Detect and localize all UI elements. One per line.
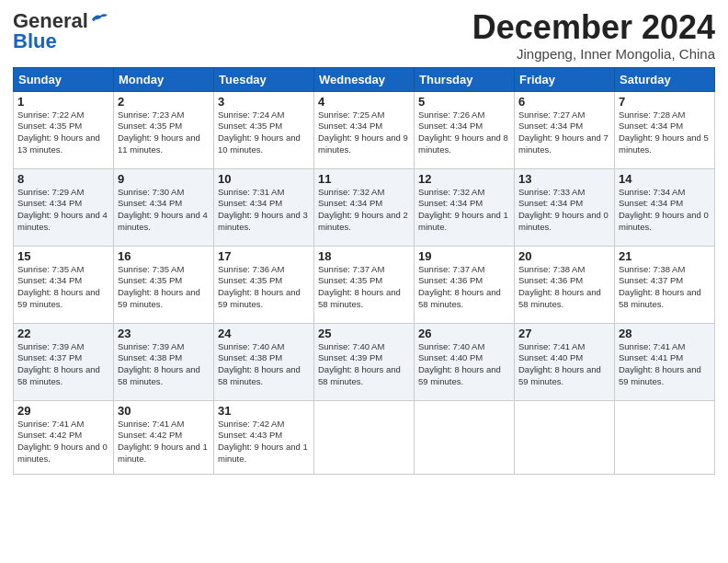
day-number: 14 xyxy=(619,172,711,186)
day-info: Sunrise: 7:42 AMSunset: 4:43 PMDaylight:… xyxy=(218,419,310,465)
day-info: Sunrise: 7:34 AMSunset: 4:34 PMDaylight:… xyxy=(619,187,711,234)
day-info: Sunrise: 7:23 AMSunset: 4:35 PMDaylight:… xyxy=(118,109,210,156)
calendar-day-cell: 23Sunrise: 7:39 AMSunset: 4:38 PMDayligh… xyxy=(114,323,214,400)
day-info: Sunrise: 7:32 AMSunset: 4:34 PMDaylight:… xyxy=(318,187,410,234)
day-number: 30 xyxy=(118,404,210,418)
calendar-day-cell: 17Sunrise: 7:36 AMSunset: 4:35 PMDayligh… xyxy=(214,246,314,323)
empty-cell xyxy=(415,400,515,474)
day-number: 19 xyxy=(418,249,510,263)
day-number: 23 xyxy=(118,327,210,340)
day-info: Sunrise: 7:39 AMSunset: 4:37 PMDaylight:… xyxy=(17,341,109,388)
empty-cell xyxy=(515,400,615,474)
calendar-day-cell: 30Sunrise: 7:41 AMSunset: 4:42 PMDayligh… xyxy=(114,400,214,474)
day-info: Sunrise: 7:38 AMSunset: 4:36 PMDaylight:… xyxy=(518,264,610,311)
calendar-week-row: 22Sunrise: 7:39 AMSunset: 4:37 PMDayligh… xyxy=(14,323,715,400)
day-info: Sunrise: 7:22 AMSunset: 4:35 PMDaylight:… xyxy=(17,109,109,156)
day-number: 7 xyxy=(619,95,711,109)
day-number: 16 xyxy=(118,249,210,263)
day-number: 2 xyxy=(118,95,210,109)
day-info: Sunrise: 7:40 AMSunset: 4:38 PMDaylight:… xyxy=(218,341,310,388)
day-info: Sunrise: 7:41 AMSunset: 4:40 PMDaylight:… xyxy=(518,341,610,388)
day-info: Sunrise: 7:31 AMSunset: 4:34 PMDaylight:… xyxy=(218,187,310,234)
logo-blue: Blue xyxy=(13,29,57,53)
day-number: 3 xyxy=(218,95,310,109)
calendar-week-row: 8Sunrise: 7:29 AMSunset: 4:34 PMDaylight… xyxy=(14,168,715,246)
calendar-day-cell: 12Sunrise: 7:32 AMSunset: 4:34 PMDayligh… xyxy=(415,168,515,246)
calendar-day-cell: 3Sunrise: 7:24 AMSunset: 4:35 PMDaylight… xyxy=(214,91,314,168)
day-number: 21 xyxy=(619,249,711,263)
title-block: December 2024 Jingpeng, Inner Mongolia, … xyxy=(472,9,715,62)
day-info: Sunrise: 7:24 AMSunset: 4:35 PMDaylight:… xyxy=(218,109,310,156)
calendar-day-cell: 13Sunrise: 7:33 AMSunset: 4:34 PMDayligh… xyxy=(515,168,615,246)
day-info: Sunrise: 7:40 AMSunset: 4:39 PMDaylight:… xyxy=(318,341,410,388)
calendar-day-cell: 2Sunrise: 7:23 AMSunset: 4:35 PMDaylight… xyxy=(114,91,214,168)
day-info: Sunrise: 7:37 AMSunset: 4:36 PMDaylight:… xyxy=(418,264,510,311)
day-info: Sunrise: 7:27 AMSunset: 4:34 PMDaylight:… xyxy=(518,109,610,156)
calendar-day-cell: 31Sunrise: 7:42 AMSunset: 4:43 PMDayligh… xyxy=(214,400,314,474)
day-info: Sunrise: 7:35 AMSunset: 4:34 PMDaylight:… xyxy=(17,264,109,311)
day-info: Sunrise: 7:40 AMSunset: 4:40 PMDaylight:… xyxy=(418,341,510,388)
calendar-week-row: 15Sunrise: 7:35 AMSunset: 4:34 PMDayligh… xyxy=(14,246,715,323)
calendar-day-cell: 21Sunrise: 7:38 AMSunset: 4:37 PMDayligh… xyxy=(615,246,715,323)
day-info: Sunrise: 7:36 AMSunset: 4:35 PMDaylight:… xyxy=(218,264,310,311)
day-info: Sunrise: 7:38 AMSunset: 4:37 PMDaylight:… xyxy=(619,264,711,311)
calendar-day-cell: 6Sunrise: 7:27 AMSunset: 4:34 PMDaylight… xyxy=(515,91,615,168)
day-info: Sunrise: 7:41 AMSunset: 4:42 PMDaylight:… xyxy=(118,419,210,465)
page: General Blue December 2024 Jingpeng, Inn… xyxy=(0,0,728,563)
calendar-header-wednesday: Wednesday xyxy=(314,67,415,91)
calendar-day-cell: 15Sunrise: 7:35 AMSunset: 4:34 PMDayligh… xyxy=(14,246,114,323)
header: General Blue December 2024 Jingpeng, Inn… xyxy=(13,9,715,62)
calendar-day-cell: 14Sunrise: 7:34 AMSunset: 4:34 PMDayligh… xyxy=(615,168,715,246)
calendar-day-cell: 11Sunrise: 7:32 AMSunset: 4:34 PMDayligh… xyxy=(314,168,415,246)
calendar-day-cell: 10Sunrise: 7:31 AMSunset: 4:34 PMDayligh… xyxy=(214,168,314,246)
day-number: 15 xyxy=(17,249,109,263)
calendar-header-row: SundayMondayTuesdayWednesdayThursdayFrid… xyxy=(14,67,715,91)
day-number: 29 xyxy=(17,404,109,418)
day-number: 13 xyxy=(518,172,610,186)
calendar-day-cell: 4Sunrise: 7:25 AMSunset: 4:34 PMDaylight… xyxy=(314,91,415,168)
day-info: Sunrise: 7:28 AMSunset: 4:34 PMDaylight:… xyxy=(619,109,711,156)
day-number: 4 xyxy=(318,95,410,109)
day-number: 5 xyxy=(418,95,510,109)
calendar-week-row: 29Sunrise: 7:41 AMSunset: 4:42 PMDayligh… xyxy=(14,400,715,474)
calendar-week-row: 1Sunrise: 7:22 AMSunset: 4:35 PMDaylight… xyxy=(14,91,715,168)
day-info: Sunrise: 7:41 AMSunset: 4:41 PMDaylight:… xyxy=(619,341,711,388)
day-number: 18 xyxy=(318,249,410,263)
calendar-header-thursday: Thursday xyxy=(415,67,515,91)
month-title: December 2024 xyxy=(472,9,715,46)
calendar-day-cell: 28Sunrise: 7:41 AMSunset: 4:41 PMDayligh… xyxy=(615,323,715,400)
calendar-day-cell: 1Sunrise: 7:22 AMSunset: 4:35 PMDaylight… xyxy=(14,91,114,168)
day-info: Sunrise: 7:41 AMSunset: 4:42 PMDaylight:… xyxy=(17,419,109,465)
calendar-day-cell: 9Sunrise: 7:30 AMSunset: 4:34 PMDaylight… xyxy=(114,168,214,246)
day-info: Sunrise: 7:30 AMSunset: 4:34 PMDaylight:… xyxy=(118,187,210,234)
calendar-day-cell: 7Sunrise: 7:28 AMSunset: 4:34 PMDaylight… xyxy=(615,91,715,168)
day-number: 25 xyxy=(318,327,410,340)
empty-cell xyxy=(615,400,715,474)
calendar-header-friday: Friday xyxy=(515,67,615,91)
calendar-day-cell: 20Sunrise: 7:38 AMSunset: 4:36 PMDayligh… xyxy=(515,246,615,323)
day-number: 20 xyxy=(518,249,610,263)
day-number: 22 xyxy=(17,327,109,340)
day-number: 10 xyxy=(218,172,310,186)
day-number: 26 xyxy=(418,327,510,340)
day-number: 12 xyxy=(418,172,510,186)
day-info: Sunrise: 7:29 AMSunset: 4:34 PMDaylight:… xyxy=(17,187,109,234)
day-number: 9 xyxy=(118,172,210,186)
day-number: 8 xyxy=(17,172,109,186)
calendar-day-cell: 8Sunrise: 7:29 AMSunset: 4:34 PMDaylight… xyxy=(14,168,114,246)
calendar-day-cell: 22Sunrise: 7:39 AMSunset: 4:37 PMDayligh… xyxy=(14,323,114,400)
calendar-day-cell: 27Sunrise: 7:41 AMSunset: 4:40 PMDayligh… xyxy=(515,323,615,400)
calendar-day-cell: 24Sunrise: 7:40 AMSunset: 4:38 PMDayligh… xyxy=(214,323,314,400)
calendar-day-cell: 19Sunrise: 7:37 AMSunset: 4:36 PMDayligh… xyxy=(415,246,515,323)
location-title: Jingpeng, Inner Mongolia, China xyxy=(472,46,715,62)
calendar-table: SundayMondayTuesdayWednesdayThursdayFrid… xyxy=(13,67,715,475)
day-number: 17 xyxy=(218,249,310,263)
day-info: Sunrise: 7:32 AMSunset: 4:34 PMDaylight:… xyxy=(418,187,510,234)
day-number: 11 xyxy=(318,172,410,186)
logo: General Blue xyxy=(13,9,110,53)
day-info: Sunrise: 7:37 AMSunset: 4:35 PMDaylight:… xyxy=(318,264,410,311)
day-info: Sunrise: 7:25 AMSunset: 4:34 PMDaylight:… xyxy=(318,109,410,156)
calendar-day-cell: 5Sunrise: 7:26 AMSunset: 4:34 PMDaylight… xyxy=(415,91,515,168)
day-info: Sunrise: 7:39 AMSunset: 4:38 PMDaylight:… xyxy=(118,341,210,388)
day-number: 31 xyxy=(218,404,310,418)
